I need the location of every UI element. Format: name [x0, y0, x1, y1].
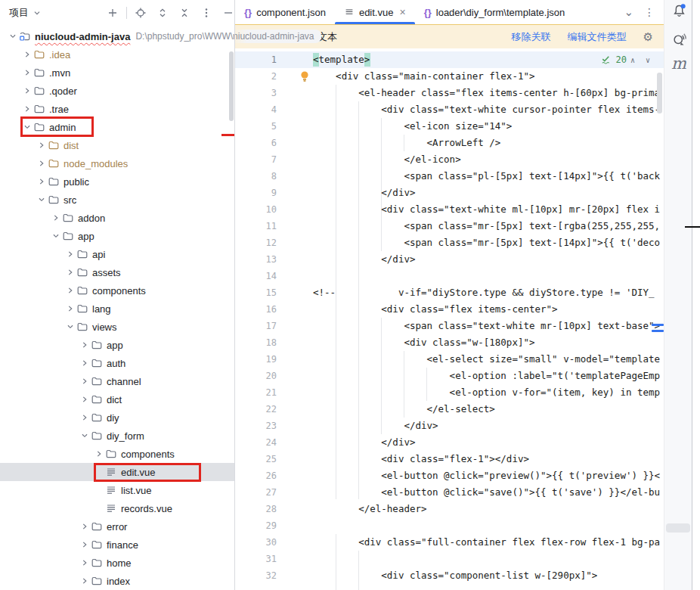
code-line[interactable]: 15<!-- v-if="diyStore.type && diyStore.t…	[235, 284, 664, 301]
more-options-icon[interactable]	[198, 5, 215, 21]
tree-item-node-modules[interactable]: node_modules	[0, 154, 234, 172]
tree-item-list.vue[interactable]: list.vue	[0, 481, 234, 499]
tree-item-dict[interactable]: dict	[0, 390, 234, 408]
chevron-right-icon[interactable]	[78, 539, 91, 551]
chevron-right-icon[interactable]	[78, 411, 91, 424]
tree-item-index[interactable]: index	[0, 572, 234, 590]
code-line[interactable]: 12 <span class="mr-[5px] text-[14px]">{{…	[235, 234, 664, 251]
tab-template-json[interactable]: {} loader\diy_form\template.json	[415, 0, 575, 24]
tree-item-src[interactable]: src	[0, 191, 234, 209]
chevron-down-icon[interactable]	[35, 194, 48, 206]
tree-item-.trae[interactable]: .trae	[0, 100, 234, 118]
chevron-right-icon[interactable]	[20, 67, 33, 79]
code-line[interactable]: 8 <span class="pl-[5px] text-[14px]">{{ …	[235, 168, 664, 185]
code-line[interactable]: 13 </div>	[235, 251, 664, 268]
tab-overflow-chevron-icon[interactable]: ⌄	[624, 5, 633, 19]
code-line[interactable]: 5 <el-icon size="14">	[235, 118, 664, 135]
code-line[interactable]: 27 <el-button @click="save()">{{ t('save…	[235, 484, 664, 501]
code-line[interactable]: 7 </el-icon>	[235, 151, 664, 168]
remove-association-link[interactable]: 移除关联	[512, 30, 551, 44]
chevron-right-icon[interactable]	[78, 575, 91, 587]
code-line[interactable]: 24 </div>	[235, 434, 664, 451]
tree-item-finance[interactable]: finance	[0, 536, 234, 554]
tree-item-app[interactable]: app	[0, 336, 234, 354]
code-line[interactable]: 25 <div class="flex-1"></div>	[235, 451, 664, 467]
code-line[interactable]: 32 <div class="component-list w-[290px]"…	[235, 567, 664, 584]
add-icon[interactable]	[104, 5, 121, 21]
tree-item-.idea[interactable]: .idea	[0, 45, 234, 64]
tree-item-dist[interactable]: dist	[0, 136, 234, 154]
tree-item-views[interactable]: views	[0, 318, 234, 336]
chevron-right-icon[interactable]	[35, 175, 48, 188]
notifications-bell-icon[interactable]	[664, 3, 693, 19]
locate-file-icon[interactable]	[132, 5, 149, 21]
chevron-down-icon[interactable]	[49, 230, 62, 242]
code-line[interactable]: 16 <div class="flex items-center">	[235, 301, 664, 318]
inspection-widget[interactable]: 20 ∧ ∨	[600, 53, 653, 67]
tree-item-channel[interactable]: channel	[0, 372, 234, 390]
code-line[interactable]: 14	[235, 268, 664, 284]
chevron-right-icon[interactable]	[49, 212, 62, 224]
tree-item-diy[interactable]: diy	[0, 408, 234, 427]
code-line[interactable]: 28 </el-header>	[235, 501, 664, 517]
prev-next-chevrons[interactable]: ∧ ∨	[630, 56, 653, 64]
tree-scrollbar[interactable]	[229, 51, 234, 121]
code-line[interactable]: 23 </div>	[235, 418, 664, 434]
tree-item-.mvn[interactable]: .mvn	[0, 64, 234, 82]
chevron-right-icon[interactable]	[78, 557, 91, 569]
code-line[interactable]: 9 </div>	[235, 185, 664, 201]
tab-edit-vue[interactable]: edit.vue ×	[335, 0, 415, 24]
code-line[interactable]: 20 <el-option :label="t('templatePageEmp	[235, 368, 664, 384]
chevron-down-icon[interactable]	[6, 30, 19, 42]
chevron-right-icon[interactable]	[63, 284, 76, 297]
tree-item-lang[interactable]: lang	[0, 300, 234, 318]
chevron-right-icon[interactable]	[20, 85, 33, 97]
tree-item-auth[interactable]: auth	[0, 354, 234, 372]
tabbar-more-icon[interactable]: ⋮	[644, 6, 655, 18]
tree-item-components[interactable]: components	[0, 445, 234, 463]
code-line[interactable]: 1<template>	[235, 51, 664, 68]
code-line[interactable]: 11 <span class="mr-[5px] text-[rgba(255,…	[235, 218, 664, 234]
edit-file-type-link[interactable]: 编辑文件类型	[568, 30, 627, 44]
chevron-down-icon[interactable]	[78, 430, 91, 442]
chevron-right-icon[interactable]	[35, 157, 48, 169]
chevron-right-icon[interactable]	[63, 266, 76, 278]
tree-item-error[interactable]: error	[0, 517, 234, 536]
tree-item-.qoder[interactable]: .qoder	[0, 82, 234, 100]
tree-root-row[interactable]: niucloud-admin-java D:\phpstudy_pro\WWW\…	[0, 27, 234, 45]
chevron-right-icon[interactable]	[35, 139, 48, 151]
gear-icon[interactable]: ⚙	[643, 30, 653, 44]
chevron-right-icon[interactable]	[78, 375, 91, 387]
chevron-right-icon[interactable]	[78, 520, 91, 533]
maven-tool-icon[interactable]: m	[664, 54, 693, 73]
tree-item-public[interactable]: public	[0, 172, 234, 191]
code-editor[interactable]: 1<template>2 <div class="main-container …	[235, 48, 664, 590]
panel-splitter[interactable]	[234, 0, 235, 590]
code-line[interactable]: 19 <el-select size="small" v-model="temp…	[235, 351, 664, 368]
code-line[interactable]: 31	[235, 551, 664, 567]
project-panel-title[interactable]: 项目	[9, 6, 42, 20]
ai-plugin-icon[interactable]	[664, 32, 693, 48]
code-line[interactable]: 26 <el-button @click="preview()">{{ t('p…	[235, 467, 664, 484]
chevron-right-icon[interactable]	[78, 357, 91, 369]
editor-scrollbar[interactable]	[657, 73, 662, 113]
code-line[interactable]: 30 <div class="full-container flex flex-…	[235, 534, 664, 551]
chevron-down-icon[interactable]	[63, 321, 76, 333]
collapse-all-icon[interactable]	[176, 5, 193, 21]
tree-item-diy-form[interactable]: diy_form	[0, 427, 234, 445]
close-icon[interactable]: ×	[399, 6, 405, 18]
tree-item-records.vue[interactable]: records.vue	[0, 499, 234, 517]
code-line[interactable]: 18 <div class="w-[180px]">	[235, 334, 664, 351]
tab-component-json[interactable]: {} component.json	[235, 0, 335, 24]
tree-item-assets[interactable]: assets	[0, 263, 234, 281]
code-line[interactable]: 10 <div class="text-white ml-[10px] mr-[…	[235, 201, 664, 218]
code-line[interactable]: 4 <div class="text-white cursor-pointer …	[235, 101, 664, 118]
chevron-right-icon[interactable]	[78, 339, 91, 351]
code-line[interactable]: 29	[235, 517, 664, 534]
tree-item-home[interactable]: home	[0, 554, 234, 572]
code-line[interactable]: 6 <ArrowLeft />	[235, 135, 664, 151]
expand-all-icon[interactable]	[154, 5, 171, 21]
tree-item-addon[interactable]: addon	[0, 209, 234, 227]
tree-item-api[interactable]: api	[0, 245, 234, 263]
chevron-right-icon[interactable]	[20, 48, 33, 61]
